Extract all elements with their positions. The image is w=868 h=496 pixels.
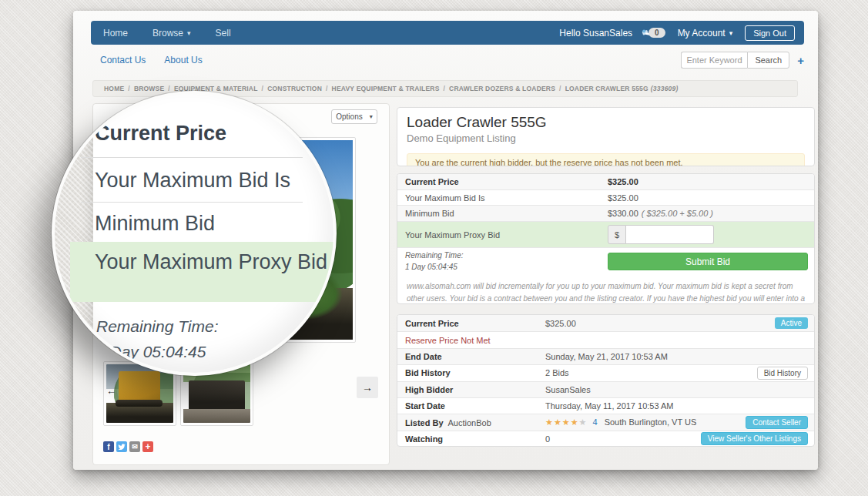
- breadcrumb-construction[interactable]: CONSTRUCTION: [267, 85, 322, 92]
- seller-rating-value[interactable]: 4: [592, 417, 597, 427]
- magnifier-loupe: Current Price Your Maximum Bid Is Minimu…: [52, 91, 337, 376]
- listing-id: (333609): [651, 85, 679, 92]
- nav-contact-us[interactable]: Contact Us: [91, 55, 155, 65]
- status-badge: Active: [775, 317, 808, 329]
- nav-browse[interactable]: Browse ▾: [140, 21, 203, 45]
- remaining-time-value: 1 Day 05:04:45: [405, 262, 464, 273]
- magnified-remaining-time-label: Remaining Time:: [96, 317, 219, 336]
- max-bid-label: Your Maximum Bid Is: [397, 193, 485, 203]
- twitter-share-icon[interactable]: [116, 441, 127, 452]
- current-price-label: Current Price: [397, 177, 459, 186]
- watching-value: 0: [545, 434, 550, 444]
- user-greeting: Hello SusanSales: [559, 28, 632, 39]
- nav-about-us[interactable]: About Us: [155, 55, 211, 65]
- min-bid-note: ( $325.00 + $5.00 ): [642, 209, 713, 218]
- currency-addon: $: [608, 225, 626, 244]
- details-panel: Current Price $325.00 Active Reserve Pri…: [397, 314, 815, 447]
- breadcrumb-current-listing: LOADER CRAWLER 555G: [565, 85, 648, 92]
- search-input[interactable]: [681, 52, 747, 69]
- seller-rating-stars: ★ ★ ★ ★ ★: [545, 417, 586, 427]
- contact-seller-button[interactable]: Contact Seller: [746, 416, 808, 429]
- nav-sell[interactable]: Sell: [203, 21, 243, 45]
- breadcrumb-browse[interactable]: BROWSE: [134, 85, 164, 92]
- remaining-time-label: Remaining Time:: [405, 250, 464, 262]
- proxy-bid-input[interactable]: [626, 225, 714, 244]
- options-button[interactable]: Options ▾: [331, 109, 377, 124]
- star-icon: ★: [562, 417, 570, 427]
- details-current-price-value: $325.00: [545, 319, 576, 328]
- secondary-nav: Contact Us About Us Search +: [91, 48, 804, 72]
- facebook-share-icon[interactable]: f: [103, 441, 114, 452]
- cart-count-badge: 0: [648, 28, 665, 38]
- watching-label: Watching: [397, 434, 443, 444]
- seller-location: South Burlington, VT US: [605, 417, 697, 427]
- add-search-icon[interactable]: +: [797, 54, 804, 67]
- magnified-min-bid-label: Minimum Bid: [95, 212, 215, 236]
- email-share-icon[interactable]: ✉: [129, 441, 140, 452]
- magnified-current-price-label: Current Price: [95, 122, 226, 146]
- bid-disclaimer: www.alsomah.com will bid incrementally f…: [397, 275, 814, 304]
- end-date-label: End Date: [397, 352, 442, 361]
- remaining-time: Remaining Time: 1 Day 05:04:45: [397, 250, 464, 273]
- bid-history-value: 2 Bids: [545, 368, 569, 377]
- view-seller-listings-button[interactable]: View Seller's Other Listings: [701, 432, 808, 445]
- start-date-value: Thursday, May 11, 2017 10:53 AM: [545, 401, 674, 411]
- star-icon: ★: [545, 417, 553, 427]
- social-share-row: f ✉ +: [103, 441, 153, 452]
- main-navbar: Home Browse ▾ Sell Hello SusanSales 0 My…: [91, 21, 804, 45]
- caret-down-icon: ▾: [370, 113, 373, 120]
- proxy-bid-label: Your Maximum Proxy Bid: [397, 230, 500, 240]
- sign-out-button[interactable]: Sign Out: [745, 25, 795, 41]
- nav-home[interactable]: Home: [91, 21, 140, 45]
- star-icon: ★: [554, 417, 561, 427]
- min-bid-value: $330.00( $325.00 + $5.00 ): [608, 209, 713, 218]
- high-bidder-value: SusanSales: [545, 385, 591, 394]
- carousel-prev-icon[interactable]: ←: [106, 385, 116, 397]
- min-bid-label: Minimum Bid: [397, 209, 454, 218]
- bid-cart[interactable]: 0: [642, 28, 665, 38]
- bid-history-button[interactable]: Bid History: [757, 367, 808, 380]
- submit-bid-button[interactable]: Submit Bid: [608, 253, 808, 270]
- high-bidder-alert: You are the current high bidder, but the…: [407, 153, 805, 166]
- share-plus-icon[interactable]: +: [142, 441, 153, 452]
- nav-my-account[interactable]: My Account ▾: [675, 28, 736, 39]
- end-date-value: Sunday, May 21, 2017 10:53 AM: [545, 352, 668, 361]
- bid-history-label: Bid History: [397, 368, 451, 377]
- listing-header-panel: Loader Crawler 555G Demo Equipment Listi…: [397, 107, 815, 166]
- max-bid-value: $325.00: [608, 193, 638, 203]
- high-bidder-label: High Bidder: [397, 385, 453, 394]
- search-button[interactable]: Search: [747, 52, 789, 69]
- current-price-value: $325.00: [608, 177, 638, 186]
- carousel-next-button[interactable]: →: [357, 377, 378, 398]
- start-date-label: Start Date: [397, 401, 445, 411]
- listing-subtitle: Demo Equipment Listing: [407, 132, 805, 144]
- details-current-price-label: Current Price: [397, 319, 459, 328]
- star-empty-icon: ★: [579, 417, 587, 427]
- caret-down-icon: ▾: [729, 29, 733, 37]
- listed-by-value[interactable]: AuctionBob: [448, 418, 491, 427]
- star-icon: ★: [571, 417, 578, 427]
- bid-panel: Current Price $325.00 Your Maximum Bid I…: [397, 173, 815, 304]
- listed-by-label: Listed By: [397, 418, 444, 427]
- breadcrumb-crawler-dozers[interactable]: CRAWLER DOZERS & LOADERS: [449, 85, 555, 92]
- breadcrumb-heavy-equipment[interactable]: HEAVY EQUIPMENT & TRAILERS: [332, 85, 440, 92]
- breadcrumb-home[interactable]: HOME: [104, 85, 124, 92]
- page-card: Home Browse ▾ Sell Hello SusanSales 0 My…: [73, 11, 818, 470]
- page-title: Loader Crawler 555G: [407, 114, 805, 131]
- magnified-background-texture: [55, 94, 93, 373]
- caret-down-icon: ▾: [187, 29, 191, 37]
- magnified-proxy-bid-label: Your Maximum Proxy Bid: [95, 250, 327, 274]
- reserve-notice: Reserve Price Not Met: [397, 336, 491, 345]
- magnified-max-bid-label: Your Maximum Bid Is: [95, 169, 290, 193]
